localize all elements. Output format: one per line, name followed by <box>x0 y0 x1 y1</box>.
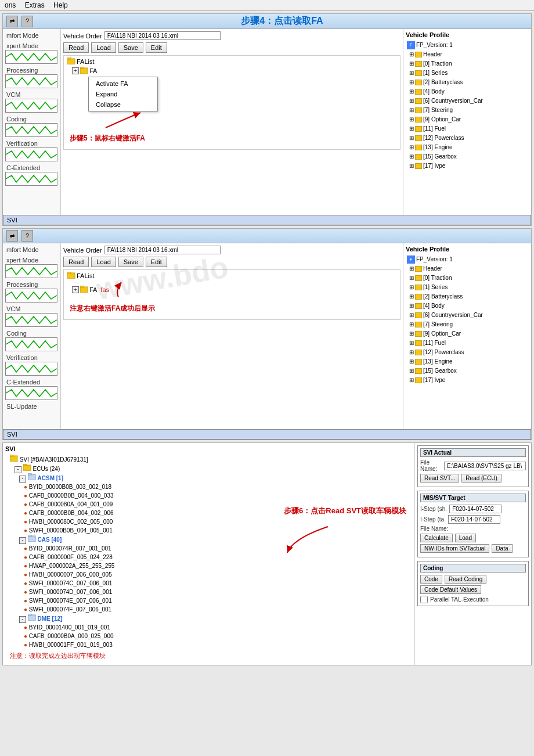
expand-icon[interactable]: ⊞ <box>407 59 414 69</box>
read-button-2[interactable]: Read <box>63 257 89 267</box>
sidebar-item-expert[interactable]: xpert Mode <box>5 42 58 64</box>
menu-item-ons[interactable]: ons <box>5 1 16 9</box>
expand-icon-14[interactable]: ⊞ <box>407 376 414 385</box>
menu-item-extras[interactable]: Extras <box>25 1 45 9</box>
load-svt-button[interactable]: Load <box>455 534 476 542</box>
read-ecu-button[interactable]: Read (ECU) <box>461 474 501 483</box>
toolbar-icon-1[interactable]: ⇄ <box>6 16 18 27</box>
dme-expand[interactable]: - <box>19 616 26 623</box>
sidebar2-item-coding[interactable]: Coding <box>5 329 58 351</box>
profile2-body: ⊞ [4] Body <box>406 301 529 311</box>
toolbar-icon-help[interactable]: ? <box>21 16 33 27</box>
profile2-series: ⊞ [1] Series <box>406 283 529 292</box>
nw-ids-button[interactable]: NW-IDs from SVTactual <box>420 544 489 553</box>
data-button[interactable]: Data <box>492 544 512 553</box>
profile2-steering: ⊞ [7] Steering <box>406 320 529 329</box>
istep-sh-label: I-Step (sh. <box>420 506 447 512</box>
save-button-2[interactable]: Save <box>118 257 143 267</box>
sidebar-item-extended[interactable]: C-Extended <box>5 164 58 186</box>
expand-icon[interactable]: ⊞ <box>407 134 414 143</box>
ecus-item[interactable]: - ECUs (24) <box>5 464 412 473</box>
expand-icon[interactable]: ⊞ <box>407 124 414 134</box>
expand-icon-4[interactable]: ⊞ <box>407 283 414 292</box>
acsm-item[interactable]: - ACSM [1] <box>5 473 412 483</box>
expand-icon[interactable]: ⊞ <box>407 69 414 78</box>
load-button-2[interactable]: Load <box>91 257 116 267</box>
activate-fa-item[interactable]: Activate FA <box>89 78 157 89</box>
read-button[interactable]: Read <box>63 42 89 53</box>
calculate-button[interactable]: Calculate <box>420 534 453 542</box>
sidebar2-item-expert[interactable]: xpert Mode <box>5 256 58 278</box>
sidebar-item-verification[interactable]: Verification <box>5 139 58 161</box>
sidebar2-item-slupdate[interactable]: SL-Update <box>5 402 58 411</box>
code-default-button[interactable]: Code Default Values <box>420 585 481 594</box>
expand-icon[interactable]: ⊞ <box>407 78 414 87</box>
falist-node[interactable]: FAList <box>65 57 399 66</box>
save-button[interactable]: Save <box>118 42 143 53</box>
cas-expand[interactable]: - <box>19 537 26 544</box>
expand-icon-7[interactable]: ⊞ <box>407 311 414 320</box>
edit-button-2[interactable]: Edit <box>146 257 167 267</box>
sidebar-item-coding[interactable]: Coding <box>5 115 58 137</box>
expand-icon-2[interactable]: ⊞ <box>407 264 414 273</box>
vehicle-order-input-2[interactable] <box>104 246 221 254</box>
wave-verification <box>5 147 57 161</box>
sidebar-item-vcm[interactable]: VCM <box>5 91 58 113</box>
fa-expand-icon-2[interactable]: + <box>72 286 79 293</box>
expand-icon[interactable]: ⊞ <box>407 152 414 161</box>
vehicle-order-input[interactable] <box>104 31 221 40</box>
expand-icon-9[interactable]: ⊞ <box>407 329 414 339</box>
dme-item[interactable]: - DME [12] <box>5 614 412 623</box>
sidebar2-item-vcm[interactable]: VCM <box>5 305 58 327</box>
expand-item[interactable]: Expand <box>89 89 157 99</box>
expand-icon[interactable]: ⊞ <box>407 161 414 171</box>
fp-icon: F <box>407 41 415 49</box>
sidebar2-item-extended[interactable]: C-Extended <box>5 378 58 400</box>
expand-icon-11[interactable]: ⊞ <box>407 348 414 357</box>
dot-icon: ● <box>24 554 27 560</box>
expand-icon[interactable]: ⊞ <box>407 96 414 106</box>
expand-icon-13[interactable]: ⊞ <box>407 366 414 376</box>
istep-sh-input[interactable] <box>449 505 501 513</box>
fa-expand-icon[interactable]: + <box>72 67 79 74</box>
svi-root-item[interactable]: SVI [#BAIA3I01DJ679131] <box>5 455 412 464</box>
read-coding-button[interactable]: Read Coding <box>445 575 486 584</box>
acsm-expand[interactable]: - <box>19 476 26 483</box>
profile2-gearbox: ⊞ [15] Gearbox <box>406 366 529 376</box>
toolbar-icon-2[interactable]: ⇄ <box>6 230 18 242</box>
expand-icon[interactable]: ⊞ <box>407 106 414 115</box>
sidebar-item-processing[interactable]: Processing <box>5 66 58 88</box>
expand-icon[interactable]: ⊞ <box>407 50 414 59</box>
sidebar2-item-comfort[interactable]: mfort Mode <box>5 246 58 254</box>
sidebar2-item-verification[interactable]: Verification <box>5 354 58 376</box>
expand-icon-3[interactable]: ⊞ <box>407 273 414 283</box>
sidebar-item-comfort[interactable]: mfort Mode <box>5 31 58 39</box>
expand-icon-6[interactable]: ⊞ <box>407 301 414 311</box>
load-button[interactable]: Load <box>91 42 116 53</box>
fa-node-2[interactable]: + FA fas <box>65 280 399 299</box>
ecus-expand[interactable]: - <box>15 466 21 473</box>
collapse-item[interactable]: Collapse <box>89 99 157 110</box>
expand-icon-5[interactable]: ⊞ <box>407 292 414 301</box>
expand-icon-12[interactable]: ⊞ <box>407 357 414 366</box>
fa-node[interactable]: + FA <box>65 66 399 75</box>
menu-item-help[interactable]: Help <box>53 1 68 9</box>
expand-icon-10[interactable]: ⊞ <box>407 339 414 348</box>
istep-ta-input[interactable] <box>448 515 500 524</box>
read-svt-button[interactable]: Read SVT... <box>420 474 459 483</box>
wave-verification-2 <box>5 362 57 376</box>
falist-node-2[interactable]: FAList <box>65 271 399 280</box>
file-name-input[interactable] <box>444 462 526 470</box>
toolbar-icon-help-2[interactable]: ? <box>21 230 33 242</box>
expand-icon[interactable]: ⊞ <box>407 87 414 96</box>
dot-icon: ● <box>24 563 27 569</box>
code-button[interactable]: Code <box>420 575 442 584</box>
parallel-checkbox[interactable] <box>420 596 428 603</box>
dme-build-2: ● CAFB_00000B0A_000_025_000 <box>5 632 412 640</box>
expand-icon-8[interactable]: ⊞ <box>407 320 414 329</box>
edit-button[interactable]: Edit <box>146 42 167 53</box>
dme-label: DME [12] <box>38 615 63 622</box>
expand-icon[interactable]: ⊞ <box>407 143 414 152</box>
sidebar2-item-processing[interactable]: Processing <box>5 280 58 303</box>
expand-icon[interactable]: ⊞ <box>407 115 414 124</box>
